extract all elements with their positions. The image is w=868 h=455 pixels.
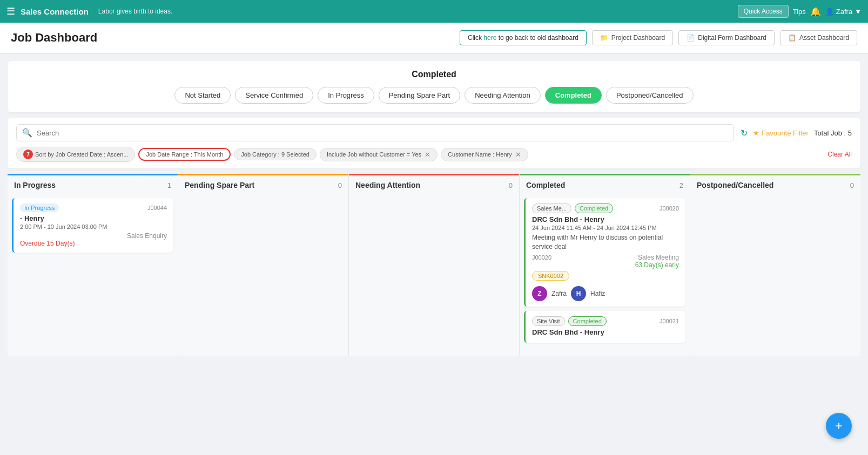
kanban-col-title-completed: Completed	[526, 181, 565, 189]
avatar-zafra: Z	[532, 286, 547, 301]
kanban-col-postponed: Postponed/Cancelled 0	[690, 174, 860, 356]
status-badge-in-progress: In Progress	[20, 203, 59, 212]
status-badge-completed-j00021: Completed	[568, 316, 607, 326]
brand-tagline: Labor gives birth to ideas.	[98, 8, 732, 15]
kanban-col-header-postponed: Postponed/Cancelled 0	[690, 174, 860, 194]
kanban-col-completed: Completed 2 Sales Me... Completed J00020…	[520, 174, 690, 356]
snk-badge: SNK0002	[532, 271, 569, 281]
tab-in-progress[interactable]: In Progress	[318, 87, 374, 104]
back-link-suffix: to go back to old dashboard	[499, 34, 578, 42]
favourite-filter-button[interactable]: ★ Favourite Filter	[753, 129, 809, 137]
date-range-chip-label: Job Date Range : This Month	[146, 151, 223, 158]
digital-form-dashboard-button[interactable]: 📄 Digital Form Dashboard	[678, 30, 775, 45]
job-type-badge-site: Site Visit	[532, 316, 565, 326]
kanban-col-count-completed: 2	[679, 181, 683, 189]
kanban-col-header-needing-attention: Needing Attention 0	[349, 174, 519, 194]
tab-service-confirmed[interactable]: Service Confirmed	[235, 87, 313, 104]
card-top-j00020: Sales Me... Completed J00020	[532, 203, 679, 213]
asset-dashboard-label: Asset Dashboard	[799, 34, 849, 42]
fav-filter-label: Favourite Filter	[762, 129, 809, 137]
tab-pending-spare-part[interactable]: Pending Spare Part	[379, 87, 460, 104]
back-link-anchor[interactable]: here	[483, 34, 496, 42]
early-label-j00020: 63 Day(s) early	[532, 261, 679, 269]
chevron-down-icon: ▼	[854, 8, 862, 16]
kanban-col-header-completed: Completed 2	[520, 174, 690, 194]
notification-bell-icon[interactable]: 🔔	[810, 6, 821, 17]
back-link-text: Click	[468, 34, 482, 42]
tab-postponed-cancelled[interactable]: Postponed/Cancelled	[606, 87, 694, 104]
kanban-board: In Progress 1 In Progress J00044 - Henry…	[8, 174, 860, 356]
total-jobs-count: Total Job : 5	[814, 129, 852, 137]
folder-icon: 📁	[600, 34, 608, 42]
kanban-col-needing-attention: Needing Attention 0	[349, 174, 520, 356]
fab-add-button[interactable]: +	[826, 413, 852, 439]
asset-icon: 📋	[788, 34, 796, 42]
asset-dashboard-button[interactable]: 📋 Asset Dashboard	[780, 30, 857, 45]
status-panel: Completed Not Started Service Confirmed …	[8, 61, 860, 112]
job-card-j00020[interactable]: Sales Me... Completed J00020 DRC Sdn Bhd…	[524, 198, 685, 307]
category-sales-meeting: Sales Meeting	[638, 254, 679, 261]
kanban-col-body-needing-attention	[349, 194, 519, 356]
avatar-hafiz: H	[571, 286, 586, 301]
customer-chip-label: Customer Name : Henry	[448, 151, 512, 158]
sort-chip-label: Sort by Job Created Date : Ascen...	[35, 151, 128, 158]
topnav-right-section: Quick Access Tips 🔔 👤 Zafra ▼	[738, 5, 862, 18]
kanban-col-count-in-progress: 1	[167, 181, 171, 189]
customer-name-chip[interactable]: Customer Name : Henry ✕	[441, 148, 528, 161]
user-icon: 👤	[825, 8, 834, 16]
job-id-j00020: J00020	[660, 205, 679, 212]
search-bar: 🔍	[16, 124, 734, 141]
kanban-col-title-in-progress: In Progress	[14, 181, 56, 189]
fab-plus-icon: +	[835, 418, 843, 433]
tips-button[interactable]: Tips	[793, 8, 806, 16]
category-chip-label: Job Category : 9 Selected	[241, 151, 309, 158]
avatar-name-hafiz: Hafiz	[590, 290, 605, 297]
search-input[interactable]	[37, 129, 728, 137]
card-category-label: Sales Enquiry	[127, 232, 167, 240]
quick-access-button[interactable]: Quick Access	[738, 5, 789, 18]
job-card-j00021[interactable]: Site Visit Completed J00021 DRC Sdn Bhd …	[524, 311, 685, 343]
hamburger-menu-icon[interactable]: ☰	[6, 5, 15, 17]
sort-chip[interactable]: 7 Sort by Job Created Date : Ascen...	[16, 147, 135, 162]
project-dashboard-button[interactable]: 📁 Project Dashboard	[592, 30, 673, 45]
refresh-button[interactable]: ↻	[741, 128, 748, 138]
customer-drc-j00021: DRC Sdn Bhd - Henry	[532, 328, 679, 336]
card-top-j00021: Site Visit Completed J00021	[532, 316, 679, 326]
job-time-j00044: 2:00 PM - 10 Jun 2024 03:00 PM	[20, 223, 167, 230]
project-dashboard-label: Project Dashboard	[611, 34, 665, 42]
customer-drc-j00020: DRC Sdn Bhd - Henry	[532, 215, 679, 223]
kanban-col-title-pending-spare: Pending Spare Part	[185, 181, 254, 189]
kanban-col-body-postponed	[690, 194, 860, 356]
clear-all-button[interactable]: Clear All	[827, 151, 852, 158]
tab-needing-attention[interactable]: Needing Attention	[465, 87, 541, 104]
status-badge-completed-j00020: Completed	[575, 203, 613, 213]
no-customer-chip-label: Include Job without Customer = Yes	[327, 151, 421, 158]
no-customer-chip-close-icon[interactable]: ✕	[425, 151, 430, 159]
job-id-j00021: J00021	[660, 318, 679, 324]
kanban-col-count-postponed: 0	[850, 181, 854, 189]
job-card-j00044[interactable]: In Progress J00044 - Henry 2:00 PM - 10 …	[12, 198, 173, 253]
no-customer-chip[interactable]: Include Job without Customer = Yes ✕	[320, 148, 438, 161]
kanban-col-count-needing-attention: 0	[509, 181, 513, 189]
date-range-chip[interactable]: Job Date Range : This Month	[138, 148, 231, 161]
chip-badge: 7	[23, 150, 33, 159]
kanban-col-count-pending-spare: 0	[338, 181, 342, 189]
tab-not-started[interactable]: Not Started	[174, 87, 231, 104]
kanban-col-title-needing-attention: Needing Attention	[355, 181, 420, 189]
customer-chip-close-icon[interactable]: ✕	[515, 151, 521, 159]
digital-form-dashboard-label: Digital Form Dashboard	[698, 34, 766, 42]
kanban-col-title-postponed: Postponed/Cancelled	[697, 181, 773, 189]
card-top-j00044: In Progress J00044	[20, 203, 167, 212]
card-avatars-j00020: Z Zafra H Hafiz	[532, 286, 679, 301]
user-menu[interactable]: 👤 Zafra ▼	[825, 8, 862, 16]
category-chip[interactable]: Job Category : 9 Selected	[234, 148, 317, 160]
customer-henry: - Henry	[20, 214, 167, 222]
search-icon: 🔍	[22, 128, 32, 138]
job-type-badge-sales: Sales Me...	[532, 203, 571, 213]
star-icon: ★	[753, 129, 759, 137]
page-header: Job Dashboard Click here to go back to o…	[0, 23, 868, 53]
tab-completed[interactable]: Completed	[545, 87, 602, 104]
brand-name: Sales Connection	[21, 7, 89, 16]
snk-badge-wrapper: SNK0002	[532, 269, 679, 283]
kanban-col-body-in-progress: In Progress J00044 - Henry 2:00 PM - 10 …	[8, 194, 178, 356]
